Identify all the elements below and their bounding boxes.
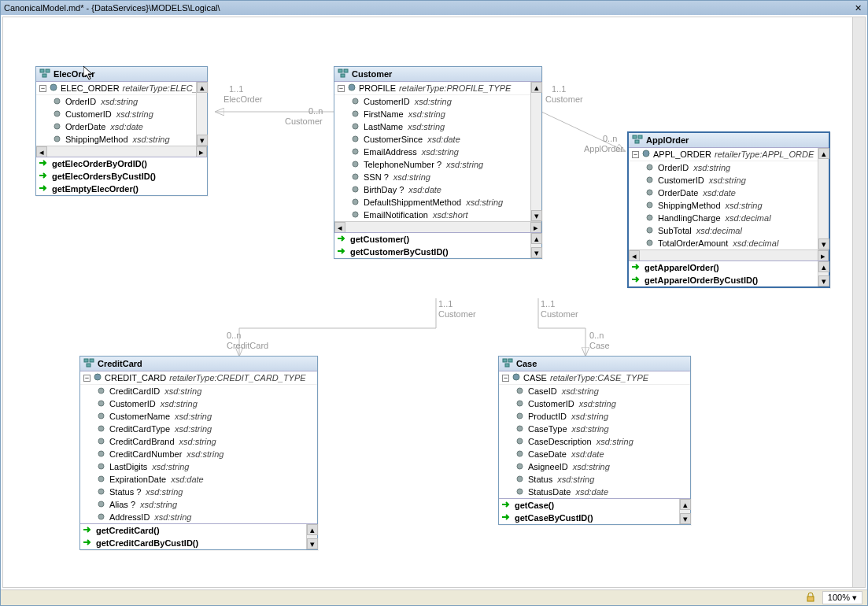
entity-elecorder[interactable]: ElecOrder − ELEC_ORDER retailerType:ELEC… [35,66,208,196]
attr-row[interactable]: AsigneeIDxsd:string [516,460,690,473]
entity-hscroll[interactable]: ◂▸ [629,249,829,261]
collapse-icon[interactable]: − [632,151,639,158]
entity-title: ElecOrder [54,69,95,79]
attr-row[interactable]: CustomerIDxsd:string [516,397,690,410]
attr-row[interactable]: EmailAddressxsd:string [352,146,541,158]
collapse-icon[interactable]: − [338,85,345,92]
attr-row[interactable]: TelephoneNumber ?xsd:string [352,158,541,171]
svg-point-32 [647,240,652,246]
entity-hscroll[interactable]: ◂▸ [334,221,541,232]
attr-row[interactable]: ProductIDxsd:string [516,410,690,423]
method-row[interactable]: getCreditCardByCustID() [80,537,317,549]
attr-row[interactable]: CustomerIDxsd:string [352,95,541,108]
type-row[interactable]: − APPL_ORDER retailerType:APPL_ORDE [629,148,829,161]
method-row[interactable]: getEmptyElecOrder() [36,183,207,195]
attr-row[interactable]: CaseDatexsd:date [516,448,690,460]
attr-name: AddressID [109,512,150,522]
entity-applorder[interactable]: ApplOrder − APPL_ORDER retailerType:APPL… [627,131,830,288]
entity-header[interactable]: Case [499,357,690,371]
attr-row[interactable]: CaseTypexsd:string [516,423,690,435]
entity-customer[interactable]: Customer − PROFILE retailerType:PROFILE_… [334,66,542,259]
attr-row[interactable]: LastDigitsxsd:string [98,460,317,473]
attr-row[interactable]: CustomerIDxsd:string [54,108,207,120]
collapse-icon[interactable]: − [39,85,46,92]
canvas-wrap: 1..1 ElecOrder 0..n Customer 1..1 Custom… [2,17,866,588]
entity-hscroll[interactable]: ◂▸ [36,146,207,157]
entity-header[interactable]: CreditCard [80,357,317,371]
method-row[interactable]: getApparelOrder() [629,261,829,274]
entity-creditcard[interactable]: CreditCard − CREDIT_CARD retailerType:CR… [79,356,318,550]
attr-bullet-icon [646,238,653,248]
attr-row[interactable]: OrderDatexsd:date [54,120,207,133]
attr-name: CustomerID [658,176,704,185]
entity-vscroll[interactable]: ▴▾ [530,82,541,221]
methods-vscroll[interactable]: ▴▾ [530,233,541,258]
method-arrow-icon [632,263,641,272]
attr-row[interactable]: ShippingMethodxsd:string [646,199,829,212]
attr-row[interactable]: ExpirationDatexsd:date [98,473,317,486]
methods-vscroll[interactable]: ▴▾ [679,499,690,524]
attr-row[interactable]: CreditCardBrandxsd:string [98,435,317,448]
attr-row[interactable]: Statusxsd:string [516,473,690,486]
type-row[interactable]: − ELEC_ORDER retailerType:ELEC_ [36,82,207,95]
entity-header[interactable]: Customer [334,67,541,82]
attr-row[interactable]: EmailNotificationxsd:short [352,209,541,221]
attr-row[interactable]: CustomerIDxsd:string [646,174,829,187]
svg-point-53 [517,401,523,406]
diagram-canvas[interactable]: 1..1 ElecOrder 0..n Customer 1..1 Custom… [3,17,865,587]
attr-row[interactable]: OrderDatexsd:date [646,187,829,199]
entity-vscroll[interactable]: ▴▾ [818,148,829,249]
entity-case[interactable]: Case − CASE retailerType:CASE_TYPE CaseI… [498,356,691,525]
attr-row[interactable]: LastNamexsd:string [352,120,541,133]
methods-vscroll[interactable]: ▴▾ [306,524,317,549]
attr-row[interactable]: SSN ?xsd:string [352,171,541,183]
titlebar[interactable]: CanonicalModel.md* - {DataServices}\MODE… [1,1,867,15]
svg-point-40 [98,426,104,431]
entity-header[interactable]: ElecOrder [36,67,207,82]
method-row[interactable]: getCustomer() [334,233,541,246]
conn-case-far-name: Case [589,341,610,350]
collapse-icon[interactable]: − [83,375,90,382]
attr-row[interactable]: SubTotalxsd:decimal [646,224,829,237]
attr-row[interactable]: OrderIDxsd:string [646,161,829,174]
attr-row[interactable]: ShippingMethodxsd:string [54,133,207,146]
attr-row[interactable]: HandlingChargexsd:decimal [646,212,829,224]
method-row[interactable]: getElecOrderByOrdID() [36,157,207,170]
collapse-icon[interactable]: − [502,375,509,382]
zoom-combo[interactable]: 100% ▾ [822,591,862,604]
attr-row[interactable]: CustomerNamexsd:string [98,410,317,423]
method-row[interactable]: getApparelOrderByCustID() [629,274,829,286]
method-row[interactable]: getCustomerByCustID() [334,246,541,258]
attr-row[interactable]: StatusDatexsd:date [516,486,690,498]
attr-type: xsd:short [433,210,468,220]
attr-type: xsd:string [161,399,198,408]
attr-row[interactable]: CreditCardTypexsd:string [98,423,317,435]
attr-row[interactable]: TotalOrderAmountxsd:decimal [646,237,829,249]
methods-vscroll[interactable]: ▴▾ [818,261,829,286]
type-row[interactable]: − PROFILE retailerType:PROFILE_TYPE [334,82,541,95]
entity-vscroll[interactable]: ▴▾ [196,82,207,146]
attr-row[interactable]: Status ?xsd:string [98,486,317,498]
attr-row[interactable]: FirstNamexsd:string [352,108,541,120]
attr-row[interactable]: CreditCardNumberxsd:string [98,448,317,460]
attr-row[interactable]: CustomerSincexsd:date [352,133,541,146]
attr-row[interactable]: DefaultShippmentMethodxsd:string [352,196,541,209]
attr-row[interactable]: OrderIDxsd:string [54,95,207,108]
attr-row[interactable]: CreditCardIDxsd:string [98,385,317,397]
attr-row[interactable]: Alias ?xsd:string [98,498,317,511]
method-row[interactable]: getCaseByCustID() [499,512,690,524]
method-row[interactable]: getCreditCard() [80,524,317,537]
close-icon[interactable]: ✕ [851,2,864,13]
type-row[interactable]: − CREDIT_CARD retailerType:CREDIT_CARD_T… [80,371,317,385]
attr-name: AsigneeID [528,462,568,471]
attr-row[interactable]: CaseIDxsd:string [516,385,690,397]
attr-row[interactable]: CustomerIDxsd:string [98,397,317,410]
type-row[interactable]: − CASE retailerType:CASE_TYPE [499,371,690,385]
attr-row[interactable]: CaseDescriptionxsd:string [516,435,690,448]
svg-rect-34 [90,359,94,362]
method-row[interactable]: getElecOrdersByCustID() [36,170,207,183]
attr-row[interactable]: AddressIDxsd:string [98,511,317,523]
method-row[interactable]: getCase() [499,499,690,512]
attr-row[interactable]: BirthDay ?xsd:date [352,183,541,196]
entity-header[interactable]: ApplOrder [629,133,829,148]
